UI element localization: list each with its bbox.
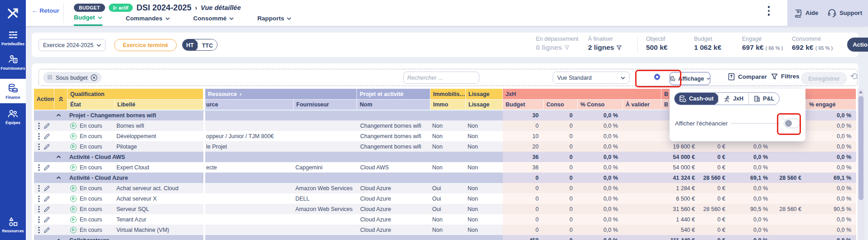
metric-value[interactable]: 0 lignes — [536, 43, 579, 52]
col-header-etat[interactable]: État — [68, 100, 115, 110]
col-header-libelle[interactable]: Libellé — [115, 100, 203, 110]
edit-pencil-icon[interactable] — [43, 185, 50, 192]
edit-pencil-icon[interactable] — [43, 206, 50, 212]
edit-pencil-icon[interactable] — [43, 216, 50, 223]
row-menu-icon[interactable] — [38, 206, 40, 213]
group-header-immobilisation[interactable]: Immobilis… — [430, 89, 466, 100]
echeancier-toggle[interactable] — [784, 119, 800, 128]
sidebar-item-equipes[interactable]: Équipes — [0, 108, 26, 125]
ttc-segment[interactable]: TTC — [198, 39, 217, 51]
actions-cell[interactable] — [34, 204, 54, 214]
col-header-nom[interactable]: Nom — [357, 100, 430, 110]
search-input[interactable] — [407, 75, 481, 81]
collapse-chevron-icon[interactable] — [56, 176, 61, 179]
sous-budget-chip[interactable]: Sous budget — [43, 72, 101, 83]
help-button[interactable]: Aide — [794, 9, 818, 18]
settings-gear-button[interactable] — [653, 73, 661, 81]
edit-pencil-icon[interactable] — [43, 123, 50, 129]
table-group-row[interactable]: Collaborateurs45000,0 %111 440 €0 €0,0 %… — [34, 235, 856, 240]
edit-pencil-icon[interactable] — [43, 164, 50, 171]
group-header-projet[interactable]: Projet et activité — [357, 89, 430, 100]
row-menu-icon[interactable] — [38, 226, 40, 234]
table-row[interactable]: En coursVirtual Machine (VM)Cloud AzureN… — [34, 225, 856, 235]
table-row[interactable]: En coursExpert CloudecteCapgeminiCloud A… — [34, 162, 856, 173]
col-header-jxh-budget[interactable]: Budget — [503, 100, 544, 110]
row-menu-icon[interactable] — [38, 216, 40, 223]
row-menu-icon[interactable] — [38, 164, 40, 171]
row-menu-icon[interactable] — [38, 133, 40, 140]
group-collapse-cell[interactable] — [54, 152, 68, 162]
col-header-pengage[interactable]: % engagé — [806, 100, 856, 110]
sidebar-item-portefeuilles[interactable]: Portefeuilles — [0, 29, 26, 46]
affichage-button[interactable]: Affichage — [670, 72, 710, 85]
actions-cell[interactable] — [34, 120, 54, 131]
row-menu-icon[interactable] — [38, 143, 40, 150]
comparer-button[interactable]: Comparer — [728, 73, 767, 81]
segment-jxh[interactable]: JxH — [718, 92, 748, 105]
view-select[interactable]: Vue Standard — [553, 72, 630, 84]
scroll-up-icon[interactable] — [859, 91, 863, 93]
group-header-ressource[interactable]: Ressource› — [205, 89, 357, 100]
metric-value[interactable]: 2 lignes — [588, 43, 622, 52]
actions-cell[interactable] — [34, 193, 54, 204]
edit-pencil-icon[interactable] — [43, 133, 50, 139]
actions-cell[interactable] — [34, 131, 54, 141]
tab-rapports[interactable]: Rapports — [257, 14, 291, 26]
tab-consomme[interactable]: Consommé — [193, 14, 234, 26]
filtres-button[interactable]: Filtres — [771, 73, 800, 80]
table-group-row[interactable]: Activité - Cloud AWS3600,0 %54 000 €0 €0… — [34, 152, 856, 162]
ht-segment[interactable]: HT — [182, 39, 198, 51]
enregistrer-button[interactable]: Enregistrer — [801, 72, 847, 85]
scrollbar-thumb[interactable] — [858, 96, 863, 200]
edit-pencil-icon[interactable] — [43, 227, 50, 233]
segment-pl[interactable]: P&L — [748, 92, 779, 105]
segment-cashout[interactable]: Cash-out — [674, 92, 719, 105]
sidebar-item-fournisseurs[interactable]: Fournisseurs — [0, 54, 26, 71]
table-row[interactable]: En coursAchat serveur act. CloudAmazon W… — [34, 183, 856, 193]
actions-cell[interactable] — [34, 183, 54, 193]
table-row[interactable]: En coursTenant AzurCloud AzureNonNon000,… — [34, 214, 856, 225]
actions-cell[interactable] — [34, 225, 54, 235]
actions-cell[interactable] — [34, 141, 54, 152]
group-collapse-cell[interactable] — [54, 110, 68, 120]
edit-pencil-icon[interactable] — [43, 196, 50, 202]
exercice-select[interactable]: Exercice 2024-2025 — [39, 39, 106, 51]
close-icon[interactable] — [91, 74, 97, 81]
table-row[interactable]: En coursServeur SQLAmazon Web ServicesCl… — [34, 204, 856, 214]
tab-commandes[interactable]: Commandes — [126, 14, 170, 26]
group-collapse-cell[interactable] — [54, 173, 68, 183]
col-header-lissage[interactable]: Lissage — [466, 100, 503, 110]
col-header-immo[interactable]: Immo — [430, 100, 466, 110]
app-logo[interactable] — [0, 0, 26, 26]
collapse-all-button[interactable] — [54, 89, 68, 110]
col-header-jxh-conso[interactable]: Conso — [544, 100, 578, 110]
more-options-button[interactable] — [765, 6, 773, 19]
col-header-jxh-pconso[interactable]: % Conso — [578, 100, 623, 110]
group-header-qualification[interactable]: Qualification — [68, 89, 203, 100]
row-menu-icon[interactable] — [38, 195, 40, 202]
table-row[interactable]: En coursPilotagele ProjetChangement born… — [34, 141, 856, 152]
group-header-lissage[interactable]: Lissage — [466, 89, 503, 100]
actions-cell[interactable] — [34, 214, 54, 225]
col-header-jxh-avalider[interactable]: À valider — [623, 100, 661, 110]
sidebar-item-finance[interactable]: Finance — [0, 79, 26, 103]
back-button[interactable]: ← Retour — [32, 7, 59, 14]
col-header-fournisseur[interactable]: Fournisseur — [294, 100, 357, 110]
tab-budget[interactable]: Budget — [74, 14, 102, 26]
group-collapse-cell[interactable] — [54, 235, 68, 240]
row-menu-icon[interactable] — [38, 122, 40, 130]
row-menu-icon[interactable] — [38, 185, 40, 192]
table-row[interactable]: En coursAchat serveur XDELLCloud AzureOu… — [34, 193, 856, 204]
support-button[interactable]: Support — [827, 8, 862, 18]
collapse-chevron-icon[interactable] — [56, 155, 61, 158]
actions-cell[interactable] — [34, 162, 54, 173]
vertical-scrollbar[interactable] — [858, 89, 864, 240]
edit-pencil-icon[interactable] — [43, 144, 50, 150]
sidebar-item-ressources[interactable]: Ressources — [0, 216, 26, 233]
group-header-jxh[interactable]: JxH — [503, 89, 661, 100]
reset-icon[interactable]: ⟳ — [850, 71, 858, 82]
col-header-ressource[interactable]: urce — [205, 100, 294, 110]
table-group-row[interactable]: Activité - Cloud Azure000,0 %41 324 €28 … — [34, 173, 856, 183]
actions-button[interactable]: Actions — [847, 38, 868, 52]
collapse-chevron-icon[interactable] — [56, 114, 61, 117]
